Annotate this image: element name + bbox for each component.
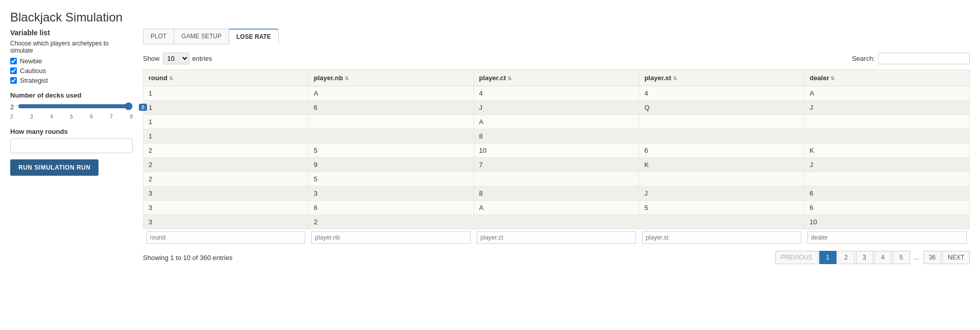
cell-r8-c0: 3 xyxy=(143,201,309,215)
cell-r1-c2: J xyxy=(474,101,639,115)
search-label: Search: xyxy=(852,55,875,62)
cell-r0-c4: A xyxy=(804,86,970,101)
cell-r0-c1: A xyxy=(308,86,474,101)
cell-r6-c0: 2 xyxy=(143,172,309,186)
cell-r4-c4: K xyxy=(804,144,970,158)
checkbox-item-strategist: Strategist xyxy=(10,77,133,84)
cell-r9-c1: 2 xyxy=(308,215,474,229)
checkbox-newbie[interactable] xyxy=(10,58,17,64)
cell-r3-c0: 1 xyxy=(143,129,309,144)
checkbox-strategist[interactable] xyxy=(10,77,17,84)
pagination-last-page[interactable]: 36 xyxy=(923,251,941,264)
cell-r8-c1: 6 xyxy=(308,201,474,215)
cell-r4-c1: 5 xyxy=(308,144,474,158)
cell-r4-c0: 2 xyxy=(143,144,309,158)
filter-input-round[interactable] xyxy=(146,231,306,244)
pagination-ellipsis: ... xyxy=(911,251,922,264)
search-area: Search: xyxy=(852,53,970,64)
cell-r1-c3: Q xyxy=(639,101,804,115)
filter-input-player.ct[interactable] xyxy=(477,231,636,244)
cell-r0-c2: 4 xyxy=(474,86,639,101)
cell-r5-c2: 7 xyxy=(474,158,639,172)
cell-r7-c2: 8 xyxy=(474,186,639,201)
data-table: roundplayer.nbplayer.ctplayer.stdealer 1… xyxy=(143,69,970,246)
table-header: roundplayer.nbplayer.ctplayer.stdealer xyxy=(143,70,970,86)
run-simulation-button[interactable]: RUN SIMULATION RUN xyxy=(10,159,99,176)
cell-r0-c3: 4 xyxy=(639,86,804,101)
pagination-page-2[interactable]: 2 xyxy=(838,251,855,264)
checkbox-label-newbie: Newbie xyxy=(20,57,42,65)
pagination-next[interactable]: NEXT xyxy=(942,251,970,264)
cell-r2-c0: 1 xyxy=(143,115,309,129)
cell-r5-c0: 2 xyxy=(143,158,309,172)
pagination-previous[interactable]: PREVIOUS xyxy=(775,251,818,264)
cell-r9-c4: 10 xyxy=(804,215,970,229)
filter-input-dealer[interactable] xyxy=(807,231,967,244)
show-entries: Show 10 25 50 100 entries xyxy=(143,53,212,64)
rounds-input[interactable]: 100 xyxy=(10,138,133,153)
player-checkboxes: NewbieCautiousStrategist xyxy=(10,57,133,84)
cell-r3-c2: 8 xyxy=(474,129,639,144)
cell-r2-c2: A xyxy=(474,115,639,129)
col-header-player.ct[interactable]: player.ct xyxy=(474,70,639,86)
col-header-player.nb[interactable]: player.nb xyxy=(308,70,474,86)
cell-r5-c3: K xyxy=(639,158,804,172)
checkbox-label-cautious: Cautious xyxy=(20,67,46,75)
table-row: 1A44A xyxy=(143,86,970,101)
entries-select[interactable]: 10 25 50 100 xyxy=(163,53,189,64)
entries-label: entries xyxy=(192,55,212,62)
table-row: 3210 xyxy=(143,215,970,229)
col-header-player.st[interactable]: player.st xyxy=(639,70,804,86)
checkbox-cautious[interactable] xyxy=(10,67,17,74)
table-row: 297KJ xyxy=(143,158,970,172)
cell-r7-c4: 6 xyxy=(804,186,970,201)
search-input[interactable] xyxy=(878,53,970,64)
cell-r3-c1 xyxy=(308,129,474,144)
tab-plot[interactable]: PLOT xyxy=(143,29,174,44)
filter-row xyxy=(143,229,970,246)
pagination-page-1[interactable]: 1 xyxy=(819,251,837,264)
pagination: PREVIOUS12345...36NEXT xyxy=(775,251,970,264)
checkbox-label-strategist: Strategist xyxy=(20,77,48,84)
filter-input-player.st[interactable] xyxy=(642,231,801,244)
table-row: 1A xyxy=(143,115,970,129)
cell-r9-c2 xyxy=(474,215,639,229)
col-header-round[interactable]: round xyxy=(143,70,309,86)
decks-label: Number of decks used xyxy=(10,91,133,99)
table-row: 25106K xyxy=(143,144,970,158)
rounds-label: How many rounds xyxy=(10,128,133,135)
pagination-page-5[interactable]: 5 xyxy=(893,251,910,264)
cell-r9-c3 xyxy=(639,215,804,229)
choose-players-label: Choose which players archetypes to simul… xyxy=(10,40,133,54)
cell-r8-c3: 5 xyxy=(639,201,804,215)
cell-r1-c0: 1 xyxy=(143,101,309,115)
cell-r6-c2 xyxy=(474,172,639,186)
table-row: 338J6 xyxy=(143,186,970,201)
pagination-page-3[interactable]: 3 xyxy=(856,251,873,264)
filter-input-player.nb[interactable] xyxy=(311,231,471,244)
table-row: 16JQJ xyxy=(143,101,970,115)
cell-r7-c3: J xyxy=(639,186,804,201)
col-header-dealer[interactable]: dealer xyxy=(804,70,970,86)
decks-slider[interactable] xyxy=(18,102,133,110)
checkbox-item-cautious: Cautious xyxy=(10,67,133,75)
cell-r2-c3 xyxy=(639,115,804,129)
cell-r9-c0: 3 xyxy=(143,215,309,229)
table-row: 36A56 xyxy=(143,201,970,215)
cell-r1-c4: J xyxy=(804,101,970,115)
main-content: PLOTGAME SETUPLOSE RATE Show 10 25 50 10… xyxy=(143,29,970,264)
pagination-page-4[interactable]: 4 xyxy=(874,251,892,264)
cell-r5-c4: J xyxy=(804,158,970,172)
tabs-container: PLOTGAME SETUPLOSE RATE xyxy=(143,29,970,44)
cell-r7-c0: 3 xyxy=(143,186,309,201)
decks-value: 2 xyxy=(10,103,14,111)
tab-lose-rate[interactable]: LOSE RATE xyxy=(229,29,279,44)
tab-game-setup[interactable]: GAME SETUP xyxy=(174,29,229,44)
cell-r8-c4: 6 xyxy=(804,201,970,215)
cell-r5-c1: 9 xyxy=(308,158,474,172)
variable-list-label: Variable list xyxy=(10,29,133,37)
showing-info: Showing 1 to 10 of 360 entries xyxy=(143,254,233,262)
app-title: Blackjack Simulation xyxy=(10,10,970,25)
cell-r3-c3 xyxy=(639,129,804,144)
cell-r4-c2: 10 xyxy=(474,144,639,158)
